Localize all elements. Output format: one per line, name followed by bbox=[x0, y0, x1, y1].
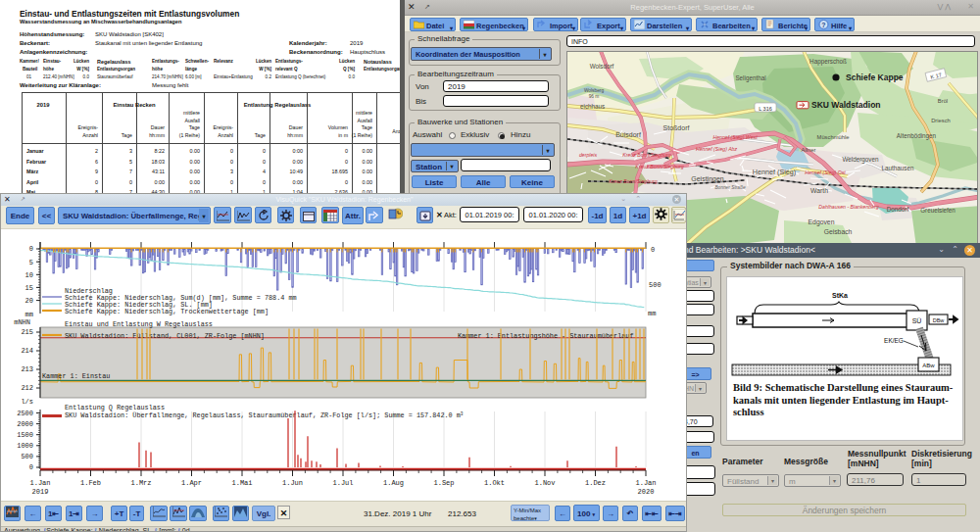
svg-text:Einstau und Entlastung W Regel: Einstau und Entlastung W Regelauslass bbox=[65, 320, 213, 328]
svg-text:1500: 1500 bbox=[17, 431, 33, 439]
svg-text:SKU Waldstadion: Füllstand, CL: SKU Waldstadion: Füllstand, CL001, ZR-Fo… bbox=[65, 332, 265, 340]
svg-text:20: 20 bbox=[25, 297, 33, 305]
svg-text:Geisbach: Geisbach bbox=[824, 228, 853, 235]
svg-text:Warth: Warth bbox=[810, 187, 828, 194]
svg-text:Stoßdorf: Stoßdorf bbox=[663, 124, 690, 131]
svg-text:Hennef (Sieg) Ost: Hennef (Sieg) Ost bbox=[805, 169, 846, 175]
svg-text:Dahlhausen - Blankenberg: Dahlhausen - Blankenberg bbox=[818, 204, 879, 210]
svg-text:mm: mm bbox=[25, 311, 33, 318]
svg-text:eichhaus: eichhaus bbox=[580, 103, 605, 110]
svg-text:mNHN: mNHN bbox=[14, 318, 30, 326]
svg-text:Greuelsiefen: Greuelsiefen bbox=[920, 207, 956, 214]
svg-text:mm: mm bbox=[648, 310, 656, 317]
svg-text:0: 0 bbox=[29, 245, 33, 253]
svg-text:Bonner Straße: Bonner Straße bbox=[714, 185, 746, 190]
svg-text:1.Mrz: 1.Mrz bbox=[130, 479, 151, 487]
svg-text:Weldergoven: Weldergoven bbox=[843, 156, 879, 164]
svg-text:SKU Waldstadion: SKU Waldstadion bbox=[811, 100, 881, 110]
svg-text:15: 15 bbox=[25, 284, 33, 292]
svg-text:1.Okt: 1.Okt bbox=[484, 479, 505, 487]
svg-text:213: 213 bbox=[21, 365, 33, 373]
svg-text:0: 0 bbox=[651, 246, 655, 254]
svg-text:Kreuz Bonn/Siegburg: Kreuz Bonn/Siegburg bbox=[622, 152, 670, 158]
svg-text:1.Mai: 1.Mai bbox=[231, 479, 252, 487]
svg-text:1000: 1000 bbox=[17, 442, 33, 450]
svg-text:Kammer 1: Entlastungshöhe - St: Kammer 1: Entlastungshöhe - Stauraumüber… bbox=[458, 332, 633, 340]
svg-text:1.Jul: 1.Jul bbox=[332, 479, 353, 487]
svg-text:10: 10 bbox=[25, 271, 33, 279]
svg-text:Hennef (Sieg) Abz: Hennef (Sieg) Abz bbox=[696, 146, 738, 152]
svg-text:Lauthausen: Lauthausen bbox=[882, 165, 914, 171]
svg-text:1.Aug: 1.Aug bbox=[383, 479, 404, 487]
svg-text:5: 5 bbox=[29, 259, 33, 266]
svg-text:Hennef (Sieg): Hennef (Sieg) bbox=[753, 168, 796, 176]
svg-text:1.Sep: 1.Sep bbox=[433, 479, 454, 487]
svg-text:Müschmühle: Müschmühle bbox=[817, 134, 850, 140]
svg-text:Happerschoß: Happerschoß bbox=[809, 58, 847, 66]
svg-text:215: 215 bbox=[21, 328, 33, 336]
svg-text:StKa: StKa bbox=[832, 292, 848, 299]
svg-text:Allner: Allner bbox=[802, 147, 816, 153]
svg-text:DBw: DBw bbox=[933, 317, 945, 323]
svg-text:?: ? bbox=[821, 22, 825, 28]
svg-text:Wolsberg: Wolsberg bbox=[584, 88, 605, 93]
svg-text:Entlastung Q Regelauslass: Entlastung Q Regelauslass bbox=[65, 404, 165, 411]
svg-text:Geistingen: Geistingen bbox=[691, 175, 724, 183]
svg-text:1.Dez: 1.Dez bbox=[585, 479, 606, 487]
svg-text:Driesch: Driesch bbox=[931, 118, 951, 123]
svg-text:Edgoven: Edgoven bbox=[808, 218, 835, 226]
svg-text:2020: 2020 bbox=[638, 488, 655, 496]
svg-text:Bröl: Bröl bbox=[938, 98, 948, 104]
svg-text:1.Jan: 1.Jan bbox=[635, 479, 656, 487]
svg-text:1.Feb: 1.Feb bbox=[80, 479, 101, 487]
svg-text:Altenbödingen: Altenbödingen bbox=[897, 132, 937, 140]
svg-text:Kreuz Bonn/Siegburg: Kreuz Bonn/Siegburg bbox=[635, 164, 683, 169]
svg-text:1.Nov: 1.Nov bbox=[534, 479, 555, 487]
svg-text:1.Apr: 1.Apr bbox=[181, 479, 202, 487]
svg-text:2019: 2019 bbox=[32, 488, 49, 496]
svg-text:L 316: L 316 bbox=[759, 106, 772, 112]
svg-text:1.Jan: 1.Jan bbox=[29, 479, 50, 487]
svg-text:500: 500 bbox=[21, 453, 33, 460]
svg-text:Schiefe Kappe: Niederschlag, T: Schiefe Kappe: Niederschlag, Trockenwett… bbox=[65, 308, 269, 315]
svg-text:1.Jun: 1.Jun bbox=[282, 479, 303, 487]
svg-text:212: 212 bbox=[21, 384, 33, 392]
svg-text:SÜ: SÜ bbox=[912, 317, 922, 324]
svg-text:SKU Waldstadion: Überfallmenge: SKU Waldstadion: Überfallmenge, Regelaus… bbox=[65, 411, 464, 420]
svg-text:Schiefe Kappe: Schiefe Kappe bbox=[846, 73, 904, 82]
svg-text:Wolsdorf: Wolsdorf bbox=[590, 63, 614, 70]
svg-text:2500: 2500 bbox=[17, 410, 33, 417]
svg-text:EK/EG: EK/EG bbox=[884, 337, 904, 344]
svg-text:Kammer 1: Einstau: Kammer 1: Einstau bbox=[42, 372, 110, 380]
svg-text:96 m: 96 m bbox=[589, 94, 600, 99]
svg-text:Buisdorf: Buisdorf bbox=[615, 131, 641, 138]
svg-text:l/s: l/s bbox=[21, 398, 33, 406]
svg-text:ABw: ABw bbox=[922, 363, 935, 368]
svg-text:Kreuz Bonn/Siegburg: Kreuz Bonn/Siegburg bbox=[609, 178, 657, 184]
svg-text:derpleis: derpleis bbox=[579, 152, 598, 158]
svg-text:2000: 2000 bbox=[17, 420, 33, 428]
svg-text:Seligenthal: Seligenthal bbox=[735, 74, 765, 82]
svg-text:Hennef (Sieg) West: Hennef (Sieg) West bbox=[712, 134, 758, 140]
svg-text:214: 214 bbox=[21, 347, 33, 355]
svg-text:Dondorf: Dondorf bbox=[887, 206, 909, 213]
svg-text:500: 500 bbox=[649, 281, 662, 289]
svg-text:0: 0 bbox=[29, 463, 33, 471]
